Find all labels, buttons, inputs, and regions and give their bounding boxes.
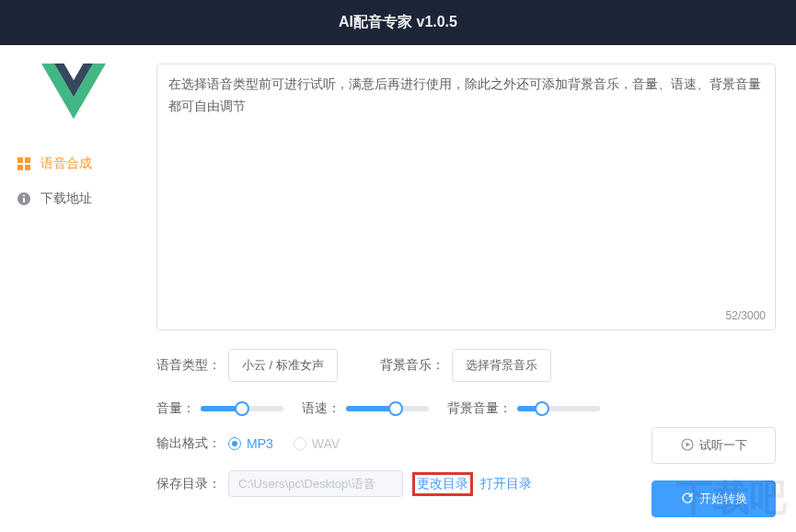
svg-rect-4 — [17, 165, 23, 170]
output-format-group: MP3 WAV — [228, 436, 340, 451]
svg-rect-2 — [17, 157, 23, 163]
preview-button[interactable]: 试听一下 — [652, 427, 776, 464]
highlight-box: 更改目录 — [412, 472, 473, 496]
change-dir-link[interactable]: 更改目录 — [417, 476, 468, 491]
svg-marker-10 — [686, 442, 690, 446]
voice-type-label: 语音类型： — [156, 357, 221, 374]
radio-wav[interactable]: WAV — [294, 436, 340, 451]
save-dir-input — [228, 470, 403, 497]
speed-label: 语速： — [302, 400, 340, 417]
char-count: 52/3000 — [726, 309, 766, 322]
text-input-wrap: 52/3000 — [156, 64, 776, 330]
open-dir-link[interactable]: 打开目录 — [480, 476, 532, 492]
sidebar-item-label: 语音合成 — [40, 156, 92, 172]
svg-rect-7 — [23, 198, 25, 202]
bg-volume-label: 背景音量： — [447, 400, 512, 417]
bg-music-label: 背景音乐： — [380, 357, 444, 374]
convert-button[interactable]: 开始转换 — [652, 480, 776, 517]
svg-point-8 — [23, 195, 25, 197]
voice-type-select[interactable]: 小云 / 标准女声 — [228, 349, 338, 382]
radio-circle-icon — [294, 437, 306, 450]
text-input[interactable] — [157, 64, 775, 330]
refresh-icon — [681, 492, 694, 507]
radio-mp3[interactable]: MP3 — [228, 436, 273, 451]
play-icon — [681, 438, 694, 454]
save-dir-label: 保存目录： — [156, 476, 221, 492]
sidebar-item-label: 下载地址 — [40, 191, 92, 207]
radio-circle-icon — [228, 437, 241, 450]
volume-slider[interactable] — [201, 406, 283, 411]
info-icon — [17, 191, 31, 206]
app-header: AI配音专家 v1.0.5 — [0, 0, 796, 45]
app-title: AI配音专家 v1.0.5 — [339, 14, 457, 29]
grid-icon — [17, 156, 31, 171]
sidebar: 语音合成 下载地址 — [0, 45, 147, 532]
bg-music-select[interactable]: 选择背景音乐 — [452, 349, 551, 382]
sidebar-item-download[interactable]: 下载地址 — [0, 181, 147, 216]
sidebar-item-voice-synthesis[interactable]: 语音合成 — [0, 146, 147, 181]
bg-volume-slider[interactable] — [517, 406, 600, 411]
svg-rect-5 — [25, 165, 30, 170]
svg-rect-3 — [25, 157, 30, 163]
output-format-label: 输出格式： — [156, 435, 221, 452]
main-panel: 52/3000 语音类型： 小云 / 标准女声 背景音乐： 选择背景音乐 音量：… — [147, 45, 796, 532]
vue-logo-icon — [41, 64, 106, 119]
speed-slider[interactable] — [346, 406, 429, 411]
volume-label: 音量： — [156, 400, 195, 417]
